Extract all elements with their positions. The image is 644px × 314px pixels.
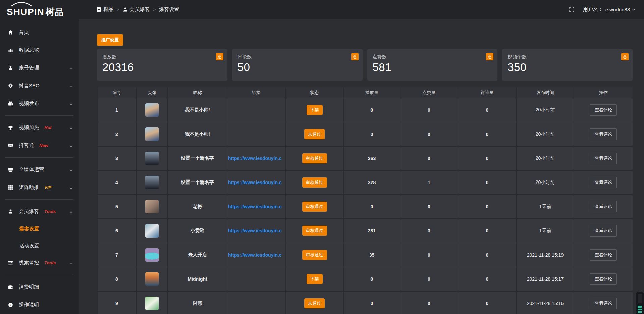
view-comments-button[interactable]: 查看评论: [590, 225, 617, 237]
stat-card: 点赞数581总: [367, 49, 498, 81]
promo-settings-button[interactable]: 推广设置: [97, 34, 123, 46]
status-badge[interactable]: 下架: [307, 274, 323, 284]
stat-label: 播放数: [102, 54, 222, 60]
sidebar-item-home[interactable]: 首页: [0, 23, 79, 41]
view-comments-button[interactable]: 查看评论: [590, 201, 617, 212]
col-link: 链接: [227, 87, 285, 98]
sidebar-subitem[interactable]: 爆客设置: [0, 220, 79, 237]
status-badge[interactable]: 未通过: [304, 129, 325, 139]
avatar: [145, 224, 159, 238]
view-comments-button[interactable]: 查看评论: [590, 177, 617, 188]
sidebar-item-label: 账号管理: [19, 65, 39, 71]
status-badge[interactable]: 审核通过: [302, 250, 327, 260]
col-id: 编号: [97, 87, 136, 98]
view-comments-button[interactable]: 查看评论: [590, 104, 617, 116]
cell-plays: 0: [343, 98, 400, 122]
cell-comments: 0: [458, 170, 517, 195]
breadcrumb-item-current: 爆客设置: [159, 6, 179, 13]
fullscreen-icon[interactable]: [569, 7, 574, 12]
sidebar-item-matrix-boost[interactable]: 矩阵助推VIP: [0, 178, 79, 196]
cell-id: 8: [97, 267, 136, 291]
cell-likes: 0: [400, 122, 458, 146]
sidebar-item-tag: Tools: [44, 209, 56, 214]
view-comments-button[interactable]: 查看评论: [590, 249, 617, 261]
user-menu[interactable]: 用户名：zswodun88: [583, 6, 635, 13]
floating-helper-widget[interactable]: [636, 292, 644, 314]
cell-publish-time: 1天前: [517, 195, 574, 219]
sidebar-item-video-heat[interactable]: 视频加热Hot: [0, 119, 79, 137]
table-row: 3设置一个新名字https://www.iesdouyin.c审核通过26300…: [97, 146, 633, 170]
sidebar-item-video-publish[interactable]: 视频发布: [0, 95, 79, 112]
table-row: 5老彬https://www.iesdouyin.c审核通过0001天前查看评论: [97, 195, 633, 219]
cell-id: 3: [97, 146, 136, 170]
cell-comments: 0: [458, 146, 517, 170]
status-badge[interactable]: 审核通过: [302, 202, 327, 212]
sidebar-item-label: 抖客通: [19, 142, 34, 149]
col-nickname: 昵称: [168, 87, 227, 98]
cell-likes: 0: [400, 243, 458, 267]
cell-publish-time: 20小时前: [517, 122, 574, 146]
col-comments: 评论量: [458, 87, 517, 98]
sidebar-item-label: 线索监控: [19, 260, 39, 266]
chevron-down-icon: [632, 8, 635, 11]
cell-id: 4: [97, 170, 136, 195]
video-link[interactable]: https://www.iesdouyin.c: [227, 252, 285, 258]
cell-plays: 328: [343, 170, 400, 195]
sidebar-item-instructions[interactable]: ?操作说明: [0, 296, 79, 314]
dashboard-icon: [96, 7, 101, 12]
sidebar-item-douyin-seo[interactable]: 抖音SEO: [0, 77, 79, 95]
sidebar-item-label: 数据总览: [19, 47, 39, 53]
sidebar-item-all-media[interactable]: 全媒体运营: [0, 161, 79, 178]
video-link[interactable]: https://www.iesdouyin.c: [227, 204, 285, 209]
view-comments-button[interactable]: 查看评论: [590, 273, 617, 285]
cell-comments: 0: [458, 195, 517, 219]
breadcrumb-separator: >: [153, 7, 156, 12]
gear-icon: [8, 83, 13, 88]
sidebar-divider: [5, 275, 73, 275]
status-badge[interactable]: 未通过: [304, 298, 325, 308]
cell-publish-time: 20小时前: [517, 98, 574, 122]
breadcrumb-item-member[interactable]: 会员爆客: [123, 6, 150, 13]
status-badge[interactable]: 审核通过: [302, 226, 327, 236]
avatar: [145, 176, 159, 189]
status-badge[interactable]: 审核通过: [302, 177, 327, 188]
chevron-down-icon: [69, 65, 73, 71]
breadcrumb: 树品 > 会员爆客 > 爆客设置: [96, 6, 179, 13]
cell-likes: 1: [400, 170, 458, 195]
stat-label: 视频个数: [507, 54, 627, 60]
cell-plays: 0: [343, 267, 400, 291]
video-link[interactable]: https://www.iesdouyin.c: [227, 156, 285, 161]
cell-plays: 35: [343, 243, 400, 267]
videos-table-wrap: 编号 头像 昵称 链接 状态 播放量 点赞量 评论量 发布时间 操作 1我不是小: [97, 87, 633, 314]
logo-text-cn: 树品: [46, 8, 64, 17]
status-badge[interactable]: 审核通过: [302, 153, 327, 163]
sidebar-item-douketong[interactable]: 抖客通New: [0, 137, 79, 154]
sidebar-item-data-overview[interactable]: 数据总览: [0, 41, 79, 59]
breadcrumb-item-home[interactable]: 树品: [96, 6, 113, 13]
view-comments-button[interactable]: 查看评论: [590, 153, 617, 164]
status-badge[interactable]: 下架: [307, 105, 323, 115]
chevron-down-icon: [69, 260, 73, 266]
view-comments-button[interactable]: 查看评论: [590, 298, 617, 309]
cell-nickname: 小爱玲: [168, 219, 227, 243]
app-logo[interactable]: SHUPIN 树品: [0, 0, 79, 19]
stat-value: 20316: [102, 61, 222, 74]
cell-plays: 0: [343, 195, 400, 219]
sidebar-item-member-baoke[interactable]: 会员爆客Tools: [0, 203, 79, 220]
cell-id: 2: [97, 122, 136, 146]
sidebar-subitem[interactable]: 活动设置: [0, 237, 79, 254]
breadcrumb-label: 爆客设置: [159, 6, 179, 13]
sidebar-item-clue-monitor[interactable]: 线索监控Tools: [0, 254, 79, 272]
video-link[interactable]: https://www.iesdouyin.c: [227, 180, 285, 185]
cell-publish-time: 2021-11-28 15:19: [517, 243, 574, 267]
chevron-down-icon: [69, 143, 73, 148]
grid-icon: [8, 185, 13, 190]
cell-nickname: 老彬: [168, 195, 227, 219]
view-comments-button[interactable]: 查看评论: [590, 128, 617, 140]
sidebar-subitem-label: 活动设置: [19, 243, 39, 249]
video-link[interactable]: https://www.iesdouyin.c: [227, 228, 285, 233]
sidebar-item-account-manage[interactable]: 账号管理: [0, 59, 79, 77]
col-avatar: 头像: [136, 87, 168, 98]
sidebar-item-consume-detail[interactable]: 消费明细: [0, 278, 79, 296]
cell-comments: 0: [458, 122, 517, 146]
